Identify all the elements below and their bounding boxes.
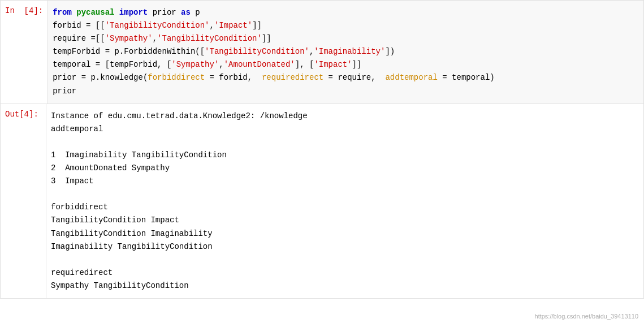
code-line-4: tempForbid = p.ForbiddenWithin(['Tangibi… [53, 45, 639, 58]
notebook: In [4]: from pycausal import prior as p … [0, 0, 644, 323]
out-line-10: TangibilityCondition Imaginability [51, 227, 639, 240]
out-line-11: Imaginability TangibilityCondition [51, 240, 639, 253]
out-line-6: 3 Impact [51, 175, 639, 188]
out-line-2: addtemporal [51, 123, 639, 136]
out-line-blank3 [51, 253, 639, 266]
out-line-13: requiredirect [51, 266, 639, 279]
code-line-5: temporal = [tempForbid, ['Sympathy','Amo… [53, 58, 639, 71]
output-content: Instance of edu.cmu.tetrad.data.Knowledg… [46, 104, 643, 298]
out-line-blank1 [51, 136, 639, 149]
code-line-2: forbid = [['TangibilityCondition','Impac… [53, 19, 639, 32]
input-cell: In [4]: from pycausal import prior as p … [0, 0, 644, 104]
out-line-1: Instance of edu.cmu.tetrad.data.Knowledg… [51, 110, 639, 123]
out-line-14: Sympathy TangibilityCondition [51, 279, 639, 292]
out-line-blank2 [51, 188, 639, 201]
input-content: from pycausal import prior as p forbid =… [47, 1, 643, 104]
code-line-6: prior = p.knowledge(forbiddirect = forbi… [53, 71, 639, 84]
code-line-3: require =[['Sympathy','TangibilityCondit… [53, 32, 639, 45]
out-line-8: forbiddirect [51, 201, 639, 214]
out-line-4: 1 Imaginability TangibilityCondition [51, 149, 639, 162]
output-label: Out[4]: [1, 104, 46, 298]
out-line-9: TangibilityCondition Impact [51, 214, 639, 227]
watermark: https://blog.csdn.net/baidu_39413110 [535, 313, 638, 320]
out-line-5: 2 AmountDonated Sympathy [51, 162, 639, 175]
code-line-7: prior [53, 85, 639, 98]
output-cell: Out[4]: Instance of edu.cmu.tetrad.data.… [0, 104, 644, 299]
input-label: In [4]: [1, 1, 47, 104]
code-line-1: from pycausal import prior as p [53, 6, 639, 19]
